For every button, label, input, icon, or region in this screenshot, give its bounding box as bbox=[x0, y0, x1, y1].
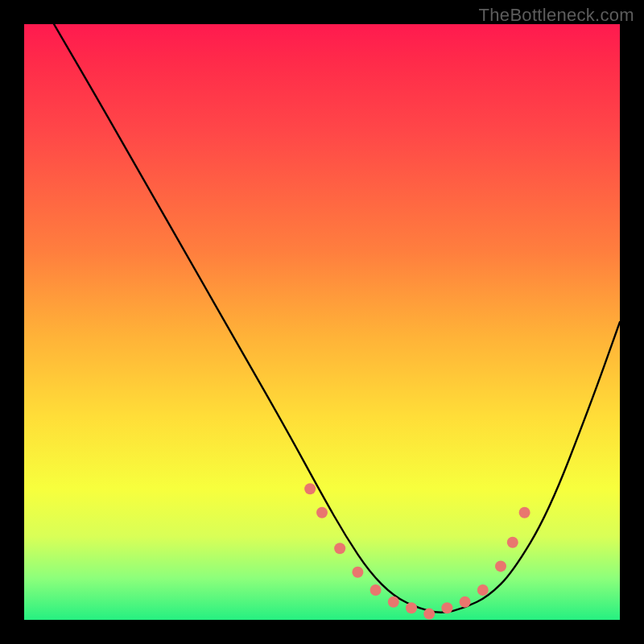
marker-dot bbox=[316, 507, 328, 518]
marker-dot bbox=[507, 537, 518, 548]
watermark-text: TheBottleneck.com bbox=[479, 5, 634, 26]
plot-area bbox=[24, 24, 620, 620]
chart-svg bbox=[24, 24, 620, 620]
marker-dot bbox=[304, 483, 316, 494]
marker-dot bbox=[388, 597, 399, 608]
marker-dot bbox=[441, 602, 452, 613]
marker-dot bbox=[406, 602, 417, 613]
marker-dot bbox=[334, 543, 345, 554]
bottleneck-curve bbox=[54, 24, 620, 613]
marker-dot bbox=[423, 609, 435, 620]
chart-frame: TheBottleneck.com bbox=[0, 0, 644, 644]
marker-dot bbox=[370, 584, 382, 596]
marker-dot bbox=[352, 567, 363, 578]
highlight-dots bbox=[304, 483, 530, 619]
marker-dot bbox=[495, 560, 506, 572]
marker-dot bbox=[460, 597, 471, 608]
marker-dot bbox=[477, 584, 489, 596]
marker-dot bbox=[519, 507, 530, 518]
